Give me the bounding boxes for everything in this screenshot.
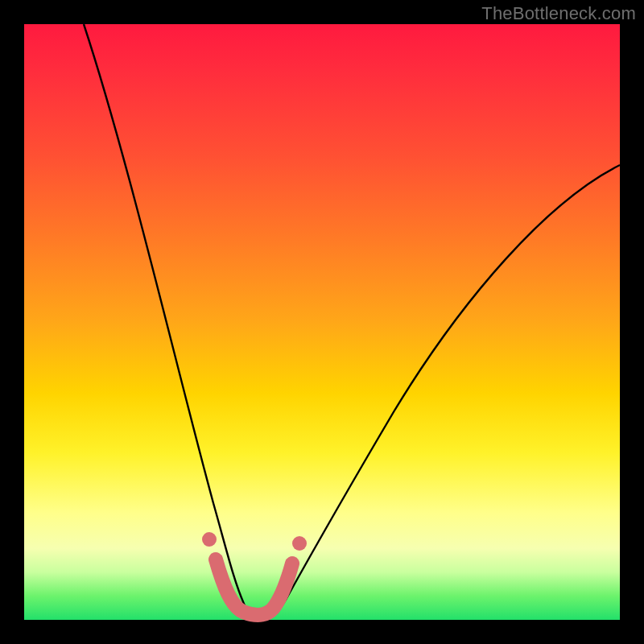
curve-layer [24, 24, 620, 620]
plot-area [24, 24, 620, 620]
highlight-dot-left [202, 532, 217, 547]
watermark-text: TheBottleneck.com [481, 3, 636, 24]
chart-frame: TheBottleneck.com [0, 0, 644, 644]
highlight-dot-right [292, 536, 307, 551]
bottleneck-curve [84, 24, 620, 618]
highlight-region [216, 559, 292, 615]
